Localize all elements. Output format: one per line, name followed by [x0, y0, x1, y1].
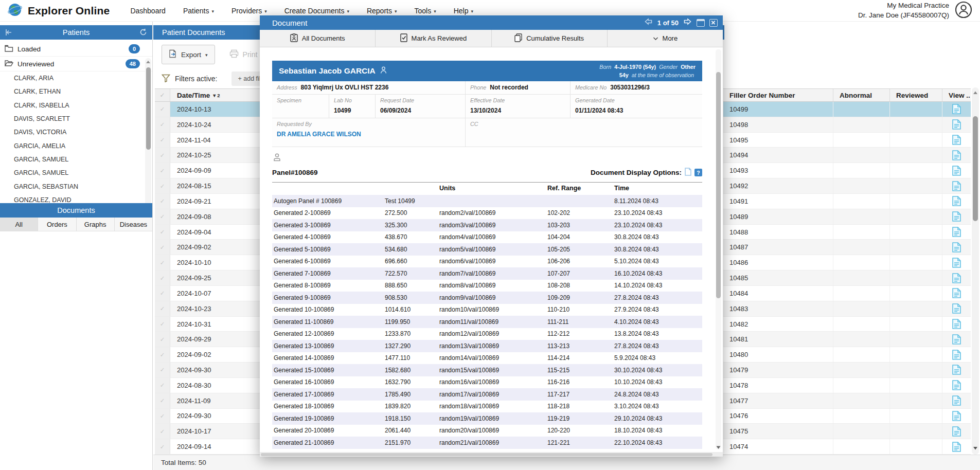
nav-item-patients[interactable]: Patients▾	[183, 7, 214, 15]
maximize-window-icon[interactable]	[697, 19, 705, 27]
patient-list-item[interactable]: CLARK, ISABELLA	[0, 99, 152, 112]
order-row[interactable]: 10474	[723, 439, 971, 455]
nav-item-providers[interactable]: Providers▾	[231, 7, 267, 15]
all-documents-button[interactable]: All Documents	[260, 30, 376, 47]
result-row[interactable]: Generated 11-1008691199.950random11/val/…	[272, 316, 702, 328]
order-row[interactable]: 10487	[723, 240, 971, 255]
grid-scrollbar-thumb[interactable]	[973, 116, 978, 221]
view-document-icon[interactable]	[942, 102, 971, 117]
view-document-icon[interactable]	[942, 117, 971, 132]
order-row[interactable]: 10477	[723, 393, 971, 409]
dialog-hscrollbar-thumb[interactable]	[261, 453, 712, 456]
user-avatar-icon[interactable]	[954, 1, 973, 21]
order-row[interactable]: 10499	[723, 102, 971, 117]
view-document-icon[interactable]	[942, 240, 971, 255]
order-row[interactable]: 10479	[723, 363, 971, 378]
column-view[interactable]: View ..	[942, 89, 971, 101]
view-document-icon[interactable]	[942, 133, 971, 148]
mark-as-reviewed-button[interactable]: Mark As Reviewed	[376, 30, 491, 47]
view-document-icon[interactable]	[942, 270, 971, 285]
result-row[interactable]: Generated 12-1008691233.870random12/val/…	[272, 328, 702, 340]
requested-by-link[interactable]: DR AMELIA GRACE WILSON	[277, 131, 361, 138]
order-row[interactable]: 10494	[723, 148, 971, 163]
view-document-icon[interactable]	[942, 286, 971, 301]
column-filler-order-number[interactable]: Filler Order Number	[723, 89, 833, 101]
view-document-icon[interactable]	[942, 393, 971, 408]
result-row[interactable]: Generated 16-1008691632.790random16/val/…	[272, 376, 702, 389]
next-document-icon[interactable]	[683, 18, 692, 27]
view-document-icon[interactable]	[942, 301, 971, 316]
patient-list-item[interactable]: GARCIA, SEBASTIAN	[0, 179, 152, 193]
dialog-horizontal-scrollbar[interactable]	[260, 452, 723, 457]
documents-tab-diseases[interactable]: Diseases	[115, 218, 152, 231]
result-row[interactable]: Generated 3-100869325.300random3/val/100…	[272, 219, 702, 231]
dialog-scrollbar-thumb[interactable]	[716, 72, 721, 298]
nav-item-tools[interactable]: Tools▾	[414, 7, 436, 15]
patient-list-item[interactable]: DAVIS, VICTORIA	[0, 125, 152, 139]
sidebar-scrollbar-thumb[interactable]	[146, 67, 151, 150]
nav-item-help[interactable]: Help▾	[454, 7, 473, 15]
result-row[interactable]: Generated 19-1008691918.150random19/val/…	[272, 412, 702, 425]
view-document-icon[interactable]	[942, 409, 971, 424]
view-document-icon[interactable]	[942, 194, 971, 209]
nav-item-reports[interactable]: Reports▾	[367, 7, 397, 15]
help-option-icon[interactable]: ?	[694, 169, 702, 176]
collapse-sidebar-icon[interactable]	[5, 28, 13, 38]
folder-loaded[interactable]: Loaded 0	[0, 42, 152, 57]
page-view-option-icon[interactable]	[685, 168, 691, 177]
view-document-icon[interactable]	[942, 317, 971, 332]
order-row[interactable]: 10484	[723, 286, 971, 301]
dialog-scrollbar[interactable]	[716, 49, 721, 449]
view-document-icon[interactable]	[942, 363, 971, 377]
folder-unreviewed[interactable]: Unreviewed 48	[0, 57, 152, 71]
select-all-check-icon[interactable]: ✓	[155, 89, 170, 101]
sidebar-scrollbar[interactable]	[145, 58, 151, 212]
view-document-icon[interactable]	[942, 255, 971, 270]
order-row[interactable]: 10493	[723, 163, 971, 178]
view-document-icon[interactable]	[942, 439, 971, 454]
column-abnormal[interactable]: Abnormal	[833, 89, 890, 101]
patient-list-item[interactable]: GARCIA, SAMUEL	[0, 166, 152, 179]
result-row[interactable]: Generated 5-100869534.680random5/val/100…	[272, 243, 702, 256]
result-row[interactable]: Generated 10-1008691014.610random10/val/…	[272, 304, 702, 316]
result-row[interactable]: Generated 20-1008692061.440random20/val/…	[272, 425, 702, 437]
account-area[interactable]: My Medical Practice Dr. Jane Doe (JF4558…	[858, 1, 973, 21]
dialog-title-bar[interactable]: Document 1 of 50	[260, 15, 723, 30]
patient-list-item[interactable]: GARCIA, SAMUEL	[0, 153, 152, 166]
refresh-icon[interactable]	[139, 28, 148, 38]
order-row[interactable]: 10480	[723, 347, 971, 363]
order-row[interactable]: 10478	[723, 378, 971, 393]
prev-document-icon[interactable]	[644, 18, 653, 27]
result-row[interactable]: Generated 14-1008691477.110random14/val/…	[272, 352, 702, 365]
view-document-icon[interactable]	[942, 225, 971, 240]
order-row[interactable]: 10483	[723, 301, 971, 317]
patient-person-icon[interactable]	[380, 66, 387, 76]
order-row[interactable]: 10491	[723, 194, 971, 209]
patient-list-item[interactable]: CLARK, ARIA	[0, 71, 152, 85]
result-row[interactable]: Generated 18-1008691839.820random18/val/…	[272, 401, 702, 413]
result-row[interactable]: Generated 17-1008691785.490random17/val/…	[272, 388, 702, 401]
result-row[interactable]: Generated 7-100869722.570random7/val/100…	[272, 267, 702, 280]
result-row[interactable]: Generated 6-100869696.660random6/val/100…	[272, 256, 702, 268]
column-reviewed[interactable]: Reviewed	[890, 89, 942, 101]
result-row[interactable]: Generated 8-100869888.650random8/val/100…	[272, 280, 702, 292]
order-row[interactable]: 10485	[723, 270, 971, 286]
view-document-icon[interactable]	[942, 163, 971, 178]
view-document-icon[interactable]	[942, 332, 971, 347]
order-row[interactable]: 10482	[723, 317, 971, 332]
more-button[interactable]: More	[608, 30, 723, 47]
view-document-icon[interactable]	[942, 148, 971, 162]
cumulative-results-button[interactable]: Cumulative Results	[492, 30, 608, 47]
result-row[interactable]: Generated 9-100869908.530random9/val/100…	[272, 292, 702, 304]
documents-tab-all[interactable]: All	[0, 218, 38, 231]
result-row[interactable]: Generated 13-1008691327.290random13/val/…	[272, 340, 702, 352]
order-row[interactable]: 10486	[723, 255, 971, 270]
nav-item-create-documents[interactable]: Create Documents▾	[284, 7, 349, 15]
provider-person-icon[interactable]	[273, 153, 702, 164]
grid-vertical-scrollbar[interactable]	[972, 87, 979, 455]
order-row[interactable]: 10498	[723, 117, 971, 133]
order-row[interactable]: 10481	[723, 332, 971, 347]
patient-list-item[interactable]: DAVIS, SCARLETT	[0, 112, 152, 125]
documents-tab-graphs[interactable]: Graphs	[77, 218, 115, 231]
view-document-icon[interactable]	[942, 178, 971, 193]
